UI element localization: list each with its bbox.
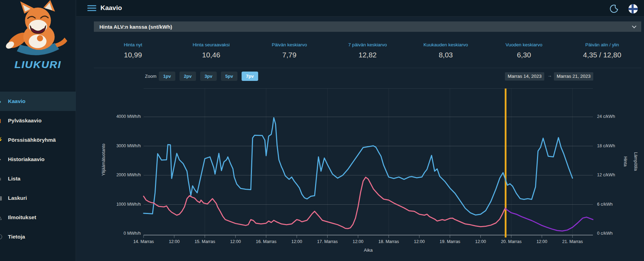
brand-wordmark: LIUKURI [0, 59, 76, 71]
x-axis-tick-label: 12:00 [353, 239, 363, 244]
sidebar-menu: ●Kaavio▮Pylväskaavio⚡Pörssisähköryhmä◔Hi… [0, 92, 76, 246]
stat-label: Kuukauden keskiarvo [407, 42, 485, 47]
x-axis-tick-label: 14. Marras [133, 239, 154, 244]
sidebar-item-label: Historiakaavio [8, 156, 45, 162]
stat-label: Päivän keskiarvo [250, 42, 329, 47]
x-axis-tick-label: 21. Marras [562, 239, 583, 244]
x-axis-tick-label: 12:00 [230, 239, 241, 244]
sidebar-item-ilmoitukset[interactable]: △Ilmoitukset [0, 208, 76, 227]
stat-3: 7 päivän keskiarvo12,82 [329, 36, 407, 66]
stat-0: Hinta nyt10,99 [94, 36, 172, 66]
left-axis-title: Ylijäämätuotanto [101, 139, 106, 180]
right-axis-title-lampotila: Lämpötila [633, 141, 638, 182]
date-to-input[interactable]: Marras 21, 2023 [554, 72, 593, 81]
x-axis-tick-label: 12:00 [475, 239, 486, 244]
right-axis-tick-label: 18 c/kWh [597, 143, 615, 148]
x-axis-tick-label: 15. Marras [195, 239, 215, 244]
info-icon: ⓘ [0, 234, 3, 240]
x-axis-tick-label: 12:00 [169, 239, 179, 244]
sidebar-item-lista[interactable]: ≡Lista [0, 169, 76, 188]
date-range-arrow: → [547, 73, 552, 78]
stat-value: 10,46 [172, 51, 251, 59]
series-line-ylijäämätuotanto [144, 118, 573, 215]
stat-6: Päivän alin / ylin4,35 / 12,80 [563, 36, 641, 66]
history-icon: ◔ [0, 157, 3, 162]
price-section-header[interactable]: Hinta ALV:n kanssa (snt/kWh) [94, 21, 641, 32]
stat-value: 12,82 [329, 51, 407, 59]
sidebar-item-pylväskaavio[interactable]: ▮Pylväskaavio [0, 111, 76, 130]
zoom-button-1pv[interactable]: 1pv [159, 72, 175, 81]
zoom-label: Zoom [145, 74, 156, 79]
right-axis-tick-label: 12 c/kWh [597, 173, 615, 177]
stat-2: Päivän keskiarvo7,79 [250, 36, 329, 66]
sidebar-item-label: Ilmoitukset [8, 214, 36, 221]
zoom-button-5pv[interactable]: 5pv [221, 72, 237, 81]
left-axis-tick-label: 3000 MWh/h [103, 143, 141, 148]
page-title: Kaavio [100, 4, 122, 12]
sidebar-item-historiakaavio[interactable]: ◔Historiakaavio [0, 150, 76, 169]
stat-value: 4,35 / 12,80 [563, 51, 641, 59]
x-axis-tick-label: 12:00 [536, 239, 547, 244]
sidebar-item-label: Lista [8, 176, 20, 182]
hamburger-menu-icon[interactable] [87, 5, 96, 11]
price-stats-row: Hinta nyt10,99Hinta seuraavaksi10,46Päiv… [94, 36, 641, 66]
left-axis-tick-label: 2000 MWh/h [103, 173, 141, 177]
sidebar-item-label: Tietoja [8, 234, 25, 240]
stat-label: Hinta seuraavaksi [172, 42, 251, 47]
topbar: Kaavio [76, 0, 644, 17]
right-axis-tick-label: 24 c/kWh [597, 114, 615, 119]
sidebar-item-label: Laskuri [8, 195, 27, 201]
alert-icon: △ [0, 214, 3, 221]
chevron-down-icon[interactable] [632, 24, 636, 28]
x-axis-title: Aika [364, 248, 372, 253]
sidebar-item-tietoja[interactable]: ⓘTietoja [0, 227, 76, 246]
zoom-button-3pv[interactable]: 3pv [200, 72, 217, 81]
x-axis-tick-label: 20. Marras [501, 239, 521, 244]
sidebar: LIUKURI ●Kaavio▮Pylväskaavio⚡Pörssisähkö… [0, 0, 76, 261]
stat-1: Hinta seuraavaksi10,46 [172, 36, 251, 66]
zoom-button-2pv[interactable]: 2pv [179, 72, 196, 81]
power-group-icon: ⚡ [0, 137, 3, 143]
stat-5: Vuoden keskiarvo6,30 [485, 36, 563, 66]
left-axis-tick-label: 0 MWh/h [103, 231, 141, 236]
sidebar-item-kaavio[interactable]: ●Kaavio [0, 92, 76, 111]
stat-value: 8,03 [407, 51, 485, 59]
chart-line-icon: ● [0, 99, 3, 104]
sidebar-item-label: Kaavio [8, 98, 26, 104]
x-axis-tick-label: 12:00 [414, 239, 425, 244]
zoom-button-7pv[interactable]: 7pv [242, 72, 258, 81]
stat-label: Vuoden keskiarvo [485, 42, 563, 47]
stat-4: Kuukauden keskiarvo8,03 [407, 36, 485, 66]
right-axis-title-hinta: Hinta [623, 141, 628, 182]
x-axis-tick-label: 16. Marras [256, 239, 276, 244]
fox-mascot-logo [2, 0, 74, 58]
stat-value: 10,99 [94, 51, 172, 59]
bar-chart-icon: ▮ [0, 118, 3, 124]
stats-divider [94, 68, 641, 68]
chart-plot-svg[interactable] [144, 86, 593, 238]
sidebar-item-label: Pörssisähköryhmä [8, 137, 56, 143]
sidebar-item-label: Pylväskaavio [8, 118, 41, 124]
x-axis-tick-label: 12:00 [291, 239, 302, 244]
sidebar-item-pörssisähköryhmä[interactable]: ⚡Pörssisähköryhmä [0, 130, 76, 150]
finnish-flag-language-icon[interactable] [628, 4, 638, 13]
stat-label: 7 päivän keskiarvo [329, 42, 407, 47]
left-axis-tick-label: 4000 MWh/h [103, 114, 141, 119]
stat-value: 7,79 [250, 51, 329, 59]
calculator-icon: ▦ [0, 195, 3, 201]
date-from-input[interactable]: Marras 14, 2023 [505, 72, 544, 81]
x-axis-tick-label: 19. Marras [440, 239, 460, 244]
dark-mode-moon-icon[interactable] [609, 4, 618, 14]
stat-label: Päivän alin / ylin [563, 42, 641, 47]
price-section-title: Hinta ALV:n kanssa (snt/kWh) [99, 24, 172, 30]
x-axis-tick-label: 18. Marras [378, 239, 399, 244]
series-line-hinta [144, 177, 506, 229]
right-axis-tick-label: 6 c/kWh [597, 202, 613, 207]
stat-label: Hinta nyt [94, 42, 172, 47]
stat-value: 6,30 [485, 51, 563, 59]
series-line-lämpötila [506, 209, 593, 231]
sidebar-item-laskuri[interactable]: ▦Laskuri [0, 188, 76, 208]
liukuri-app: LIUKURI ●Kaavio▮Pylväskaavio⚡Pörssisähkö… [0, 0, 644, 261]
right-axis-tick-label: 0 c/kWh [597, 231, 613, 236]
list-icon: ≡ [0, 176, 3, 182]
